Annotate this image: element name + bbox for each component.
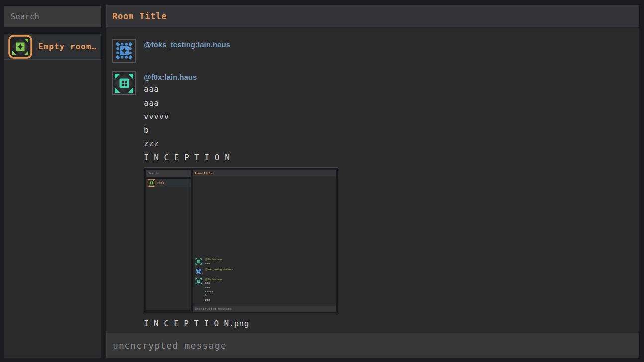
message-line: aaa <box>205 281 222 285</box>
image-attachment-inception-screenshot[interactable]: Search Foks <box>144 167 338 313</box>
room-list: Empty room… <box>4 34 101 358</box>
room-name-label: Empty room… <box>38 42 97 51</box>
foks-testing-identicon-avatar <box>195 267 203 275</box>
message-lines: aaaaaavvvvvbzzzI N C E P T I O N <box>144 82 338 164</box>
message-sender: @f0x:lain.haus <box>144 71 338 82</box>
embedded-search-input: Search <box>146 170 191 177</box>
foks-testing-identicon-avatar <box>112 39 136 63</box>
message-line: aaa <box>205 261 222 265</box>
room-title: Room Title <box>112 11 167 21</box>
message-line: aaa <box>144 82 338 96</box>
room-list-item-empty-room[interactable]: Empty room… <box>4 34 101 60</box>
embedded-room-list: Foks <box>146 179 191 310</box>
message-line: vvvvv <box>144 110 338 123</box>
f0x-identicon-avatar <box>195 258 203 266</box>
embedded-message-sender: @f0x:lain.haus <box>205 277 222 281</box>
f0x-identicon-avatar <box>112 71 136 95</box>
embedded-room-name-label: Foks <box>157 181 164 184</box>
embedded-message: @foks_testing:lain.haus <box>195 267 334 275</box>
embedded-sidebar: Search Foks <box>146 170 191 310</box>
message-line: I N C E P T I O N <box>144 151 338 165</box>
message-line: b <box>144 123 338 137</box>
message-line: zzz <box>144 137 338 151</box>
app-window: Empty room… Room Title @foks_testing:lai… <box>0 0 644 362</box>
embedded-room-list-item: Foks <box>146 179 191 187</box>
room-header: Room Title <box>106 5 639 28</box>
room-avatar-icon <box>8 35 32 59</box>
chat-panel: Room Title @foks_testing:lain.haus @ <box>106 5 639 358</box>
embedded-message-lines: aaa <box>205 261 222 265</box>
composer-bar <box>106 333 639 358</box>
embedded-composer: unencrypted message <box>193 306 336 312</box>
message-input[interactable] <box>106 333 639 358</box>
message: @foks_testing:lain.haus <box>112 39 633 63</box>
sidebar: Empty room… <box>4 6 101 358</box>
message: @f0x:lain.haus aaaaaavvvvvbzzzI N C E P … <box>112 71 633 330</box>
message-line: b <box>205 294 222 298</box>
embedded-message-sender: @foks_testing:lain.haus <box>205 267 233 271</box>
message-sender: @foks_testing:lain.haus <box>144 39 230 50</box>
f0x-identicon-avatar <box>195 277 203 285</box>
message-line: vvvvv <box>205 289 222 293</box>
search-input[interactable] <box>4 6 101 27</box>
message-body: @foks_testing:lain.haus <box>144 39 230 50</box>
embedded-room-avatar-icon <box>148 179 156 187</box>
embedded-message: @f0x:lain.haus aaaaaavvvvvbzzz <box>195 277 334 302</box>
embedded-room-header: Room Title <box>193 170 336 177</box>
message-line: aaa <box>205 285 222 289</box>
embedded-message: @f0x:lain.haus aaa <box>195 258 334 266</box>
attachment-filename[interactable]: I N C E P T I O N.png <box>144 317 338 330</box>
embedded-room-title: Room Title <box>195 171 213 174</box>
embedded-message-sender: @f0x:lain.haus <box>205 258 222 261</box>
embedded-message-lines: aaaaaavvvvvbzzz <box>205 281 222 302</box>
embedded-chat-panel: Room Title @f0x:lain.haus <box>193 170 336 312</box>
embedded-screenshot: Search Foks <box>144 168 338 313</box>
message-timeline: @foks_testing:lain.haus @f0x:lain.haus a… <box>106 28 639 333</box>
message-line: aaa <box>144 96 338 110</box>
embedded-message-timeline: @f0x:lain.haus aaa <box>193 177 336 306</box>
message-line: zzz <box>205 298 222 302</box>
message-body: @f0x:lain.haus aaaaaavvvvvbzzzI N C E P … <box>144 71 338 330</box>
